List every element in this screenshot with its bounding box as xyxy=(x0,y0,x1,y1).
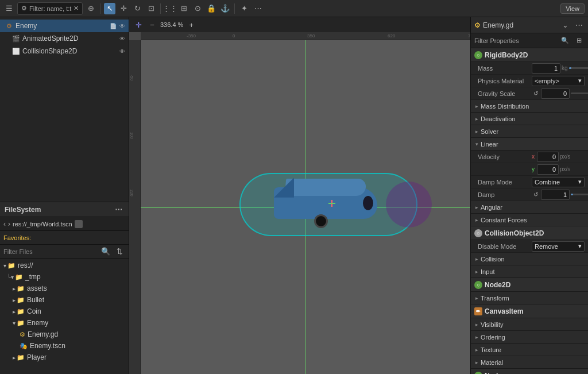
viewport[interactable]: ✛ − 336.4 % + -350 0 350 620 760 -50 100… xyxy=(129,17,470,374)
prop-disable-mode: Disable Mode Remove ▾ xyxy=(471,240,588,253)
scale-tool-icon[interactable]: ⊡ xyxy=(145,3,157,14)
eye-icon-sprite[interactable]: 👁 xyxy=(118,34,126,43)
dots-icon[interactable]: ⋯ xyxy=(252,3,264,14)
enemy-node-icon: ⚙ xyxy=(5,21,14,30)
fs-expand-player[interactable]: ▸ xyxy=(13,354,16,361)
zoom-out-icon[interactable]: − xyxy=(146,19,158,30)
damp-reset-icon[interactable]: ↺ xyxy=(532,191,540,199)
linear-section[interactable]: ▾ Linear xyxy=(471,138,588,151)
solver-section[interactable]: ▸ Solver xyxy=(471,125,588,138)
filter-clear-icon[interactable]: ✕ xyxy=(74,5,79,12)
rigid-body-2d-section[interactable]: ○ RigidBody2D xyxy=(471,48,588,62)
texture-chevron: ▸ xyxy=(475,347,478,353)
fs-search-icon[interactable]: 🔍 xyxy=(100,246,111,257)
fs-item-bullet[interactable]: ▸ 📁 Bullet xyxy=(0,294,129,306)
tree-item-animated-sprite[interactable]: 🎬 AnimatedSprite2D 👁 xyxy=(0,32,129,45)
fs-tree: ▾ 📁 res:// └▾ 📁 _tmp ▸ 📁 assets xyxy=(0,259,129,374)
fs-expand-res[interactable]: ▾ xyxy=(3,263,6,269)
transform-section[interactable]: ▸ Transform xyxy=(471,292,588,304)
collision-section[interactable]: ▸ Collision xyxy=(471,253,588,265)
gravity-reset-icon[interactable]: ↺ xyxy=(532,90,540,98)
velocity-y-input[interactable] xyxy=(537,164,559,175)
node-2d-section[interactable]: ○ Node2D xyxy=(471,278,588,292)
gravity-scale-value: ↺ xyxy=(532,88,588,99)
fs-expand-enemy[interactable]: ▾ xyxy=(13,320,16,326)
visibility-section[interactable]: ▸ Visibility xyxy=(471,318,588,331)
anchor-icon[interactable]: ⚓ xyxy=(219,3,231,14)
bone-icon[interactable]: ✦ xyxy=(238,3,250,14)
fs-expand-tmp[interactable]: └▾ xyxy=(7,274,14,280)
fs-sort-icon[interactable]: ⇅ xyxy=(114,246,125,257)
eye-icon[interactable]: 👁 xyxy=(118,22,126,30)
damp-mode-label: Damp Mode xyxy=(478,179,529,186)
view-button[interactable]: View xyxy=(560,3,585,14)
fs-item-coin[interactable]: ▸ 📁 Coin xyxy=(0,306,129,317)
damp-mode-chevron: ▾ xyxy=(578,178,582,186)
mass-distribution-section[interactable]: ▸ Mass Distribution xyxy=(471,100,588,113)
nav-back-icon[interactable]: ‹ xyxy=(3,220,6,228)
mass-input[interactable] xyxy=(532,63,560,74)
fs-item-res[interactable]: ▾ 📁 res:// xyxy=(0,260,129,271)
disable-mode-dropdown[interactable]: Remove ▾ xyxy=(532,241,585,252)
tree-item-enemy[interactable]: ⚙ Enemy 📄 👁 xyxy=(0,20,129,32)
expand-icon[interactable]: ⌄ xyxy=(559,20,571,31)
node-section[interactable]: ○ Node xyxy=(471,369,588,374)
fs-folder-icon-coin: 📁 xyxy=(17,308,25,315)
fs-breadcrumb[interactable]: ‹ › res://_tmp/World.tscn xyxy=(0,217,129,231)
zoom-in-icon[interactable]: + xyxy=(185,19,197,30)
fs-item-player[interactable]: ▸ 📁 Player xyxy=(0,352,129,363)
damp-input[interactable] xyxy=(541,190,570,200)
damp-slider[interactable] xyxy=(571,194,588,195)
angular-section[interactable]: ▸ Angular xyxy=(471,201,588,214)
select-tool-icon[interactable]: ↖ xyxy=(104,3,115,14)
damp-mode-dropdown[interactable]: Combine ▾ xyxy=(532,177,585,187)
input-section[interactable]: ▸ Input xyxy=(471,265,588,278)
ordering-section[interactable]: ▸ Ordering xyxy=(471,331,588,344)
velocity-x-unit: px/s xyxy=(560,153,570,160)
disable-mode-chevron: ▾ xyxy=(578,242,582,250)
add-node-icon[interactable]: ⊕ xyxy=(85,3,96,14)
filter-options-icon[interactable]: ⊞ xyxy=(573,35,585,47)
eye-icon-collision[interactable]: 👁 xyxy=(118,47,126,55)
rotate-tool-icon[interactable]: ↻ xyxy=(131,3,143,14)
snap-icon[interactable]: ⋮⋮ xyxy=(164,3,176,14)
gravity-scale-input[interactable] xyxy=(541,88,570,99)
mass-slider[interactable] xyxy=(569,67,588,69)
search-icon[interactable]: 🔍 xyxy=(559,35,571,47)
fs-label-assets: assets xyxy=(27,284,47,292)
filter-bar[interactable]: ⚙ Filter: name, t:t ✕ xyxy=(17,2,83,15)
anchor-indicator-icon[interactable]: ✛ xyxy=(133,19,144,30)
collision-object-2d-section[interactable]: ○ CollisionObject2D xyxy=(471,226,588,240)
camera-icon[interactable]: ⊙ xyxy=(192,3,203,14)
canvas-item-section[interactable]: ✏ CanvasItem xyxy=(471,304,588,318)
fs-expand-assets[interactable]: ▸ xyxy=(13,286,16,292)
fs-menu-icon[interactable]: ⋯ xyxy=(113,204,124,215)
fs-expand-bullet[interactable]: ▸ xyxy=(13,297,16,303)
move-tool-icon[interactable]: ✛ xyxy=(118,3,129,14)
panel-menu-icon[interactable]: ⋯ xyxy=(573,20,585,31)
material-section[interactable]: ▸ Material xyxy=(471,356,588,369)
lock-icon[interactable]: 🔒 xyxy=(206,3,217,14)
gravity-slider[interactable] xyxy=(571,92,588,94)
filter-icon: ⚙ xyxy=(21,5,27,12)
fs-item-enemy-folder[interactable]: ▾ 📁 Enemy xyxy=(0,317,129,329)
fs-item-assets[interactable]: ▸ 📁 assets xyxy=(0,283,129,294)
velocity-x-input[interactable] xyxy=(537,152,559,162)
texture-section[interactable]: ▸ Texture xyxy=(471,344,588,356)
fs-expand-coin[interactable]: ▸ xyxy=(13,309,16,315)
script-icon[interactable]: 📄 xyxy=(109,22,117,30)
fs-item-enemy-gd[interactable]: ⚙ Enemy.gd xyxy=(0,329,129,340)
deactivation-section[interactable]: ▸ Deactivation xyxy=(471,113,588,125)
fs-item-tmp[interactable]: └▾ 📁 _tmp xyxy=(0,271,129,283)
fs-label-coin: Coin xyxy=(27,307,41,315)
fs-item-enemy-tscn[interactable]: 🎭 Enemy.tscn xyxy=(0,340,129,352)
scene-canvas[interactable] xyxy=(141,40,470,374)
tree-item-collision-shape[interactable]: ⬜ CollisionShape2D 👁 xyxy=(0,45,129,57)
menu-icon[interactable]: ☰ xyxy=(3,3,15,14)
nav-forward-icon[interactable]: › xyxy=(8,220,10,228)
grid-icon[interactable]: ⊞ xyxy=(178,3,189,14)
filesystem-panel: FileSystem ⋯ ‹ › res://_tmp/World.tscn F… xyxy=(0,202,129,374)
filesystem-title: FileSystem xyxy=(5,206,41,214)
physics-material-dropdown[interactable]: <empty> ▾ xyxy=(532,76,585,86)
constant-forces-section[interactable]: ▸ Constant Forces xyxy=(471,214,588,226)
